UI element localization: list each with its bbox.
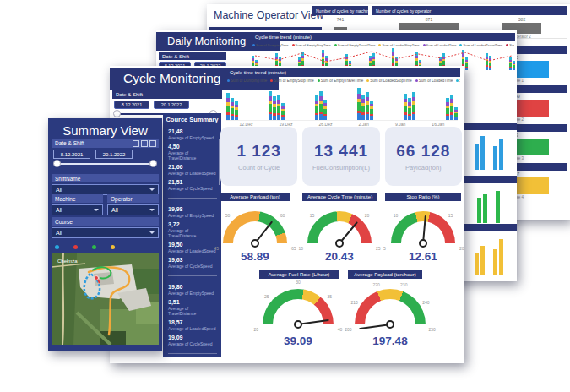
date-shift-label: Date & Shift xyxy=(55,140,131,146)
course-dot-icon[interactable] xyxy=(92,245,96,249)
gauge-stop-ratio[interactable]: 5101520 xyxy=(381,203,465,247)
eraser-icon[interactable] xyxy=(133,140,139,147)
stacked-bar xyxy=(454,107,458,120)
summary-label: Average of CycleSpeed xyxy=(168,264,217,269)
gauge-payload-hour[interactable]: 200210220230240250 xyxy=(344,280,437,329)
legend-item[interactable]: Sum of EmptyTravelTime xyxy=(334,43,376,47)
legend-item[interactable]: Sum of DumpingTime xyxy=(252,43,289,47)
legend-item[interactable]: Sum of EmptyTravelTime xyxy=(318,79,363,83)
summary-value: 19,09 xyxy=(168,334,217,341)
kpi-value: 66 128 xyxy=(396,142,450,161)
legend-item[interactable]: Sum of LoadedStopTime xyxy=(378,43,419,47)
gauge-tick: 10 xyxy=(394,213,399,218)
stacked-bar xyxy=(404,94,407,120)
mini-chart-fuel[interactable] xyxy=(460,122,517,170)
gauge-tick: 210 xyxy=(350,300,357,305)
mini-bar xyxy=(496,191,500,223)
kpi-card[interactable]: 13 441FuelConsumption(L) xyxy=(302,127,379,186)
legend-item[interactable]: Sum of CycleTime xyxy=(506,43,514,47)
legend-item[interactable]: Sum of LoadedTime xyxy=(423,43,457,47)
trend-legend[interactable]: Sum of DumpingTimeSum of EmptyStopTimeSu… xyxy=(252,43,514,47)
summary-value: 21,48 xyxy=(168,128,217,135)
gauge-tick: 50 xyxy=(225,213,231,218)
mini-chart-header xyxy=(460,122,517,130)
kpi-card[interactable]: 1 123Count of Cycle xyxy=(220,127,297,186)
gauge-title-stop-ratio: Stop Ratio (%) xyxy=(385,193,461,201)
date-to-input[interactable]: 20.1.2022 xyxy=(95,150,133,159)
trend-cluster xyxy=(269,91,285,120)
legend-item[interactable]: Sum of EmptyStopTime xyxy=(270,79,313,83)
gauge-title-payload-hour: Average Payload (ton/hour) xyxy=(348,270,422,279)
gauge-cycle-time[interactable]: 10152025 xyxy=(297,203,382,247)
course-dot-icon[interactable] xyxy=(73,245,78,249)
slider-handle-right[interactable] xyxy=(149,160,157,167)
legend-dot-icon xyxy=(334,44,337,46)
date-slider-track[interactable] xyxy=(55,163,155,165)
course-color-legend[interactable] xyxy=(55,245,115,249)
filter-icon[interactable] xyxy=(141,140,148,147)
course-band: Course xyxy=(52,217,159,226)
gauge-tick: 25 xyxy=(264,294,269,299)
trend-legend[interactable]: Sum of DumpingTimeSum of EmptyStopTimeSu… xyxy=(227,79,460,83)
legend-dot-icon xyxy=(378,44,381,46)
kpi-card[interactable]: 66 128Payload(ton) xyxy=(385,127,462,186)
map-town-label: Chełmża xyxy=(57,259,78,264)
gauge-arc xyxy=(355,289,426,324)
gauge-fuel-rate[interactable]: 2025303540 xyxy=(252,280,345,329)
operator-dropdown[interactable]: All xyxy=(107,204,159,215)
slider-handle-left[interactable] xyxy=(53,160,61,167)
group-divider xyxy=(168,353,217,354)
course-dropdown[interactable]: All xyxy=(52,227,159,238)
date-from-chip[interactable]: 8.12.2021 xyxy=(114,101,149,109)
legend-item[interactable]: Sum of DumpingTime xyxy=(227,79,267,83)
mini-chart-cycles[interactable] xyxy=(460,224,517,275)
stacked-bar xyxy=(450,95,453,120)
gauge-tick: 240 xyxy=(422,300,429,305)
chevron-down-icon xyxy=(149,209,155,211)
gauge-value-payload-hour: 197.48 xyxy=(344,335,437,347)
legend-item[interactable]: Sum of LoadedTravelTime xyxy=(459,43,502,47)
mini-chart-payload[interactable] xyxy=(460,176,517,223)
gauge-title-fuel-rate: Average Fuel Rate (L/hour) xyxy=(259,270,339,279)
bar-value-label: 741 xyxy=(312,17,368,22)
legend-label: Sum of DumpingTime xyxy=(231,79,267,83)
gauge-tick: 15 xyxy=(310,213,315,218)
gauge-tick: 60 xyxy=(280,213,285,218)
summary-value: 19,80 xyxy=(168,283,217,291)
machine-dropdown[interactable]: All xyxy=(52,204,103,215)
stacked-bar xyxy=(281,103,285,120)
summary-value: 19,98 xyxy=(168,205,217,213)
gauge-tick: 250 xyxy=(428,327,435,332)
date-from-input[interactable]: 8.12.2021 xyxy=(53,150,90,159)
legend-dot-icon xyxy=(292,44,295,46)
legend-item[interactable]: Sum of LoadedTime xyxy=(415,79,453,83)
stacked-bar xyxy=(231,98,234,120)
mini-bar xyxy=(475,253,479,275)
more-options-icon[interactable] xyxy=(149,140,156,147)
course-dot-icon[interactable] xyxy=(111,245,115,249)
mini-bar xyxy=(480,246,485,275)
gauge-tick: 20 xyxy=(365,213,370,218)
date-shift-band: Date & Shift xyxy=(159,52,226,60)
shiftname-value: All xyxy=(56,187,62,193)
legend-item[interactable]: Sum of LoadedTravelTime xyxy=(456,79,460,83)
legend-label: Sum of LoadedTime xyxy=(419,79,453,83)
gauge-knob xyxy=(386,320,394,329)
stacked-bar xyxy=(235,101,238,120)
page-title: Summary View xyxy=(48,123,162,138)
gauge-value-payload: 58.89 xyxy=(213,250,297,263)
trend-chart[interactable] xyxy=(226,84,458,121)
legend-label: Sum of EmptyTravelTime xyxy=(338,43,376,47)
legend-item[interactable]: Sum of LoadedStopTime xyxy=(366,79,412,83)
slider-handle-left[interactable] xyxy=(113,110,121,117)
route-map[interactable]: Chełmża xyxy=(52,253,159,345)
dashboard-collage: Machine Operator View Date & Shift Numbe… xyxy=(0,0,570,392)
legend-dot-icon xyxy=(459,44,462,46)
course-dot-icon[interactable] xyxy=(55,245,59,249)
legend-dot-icon xyxy=(318,79,320,82)
date-to-chip[interactable]: 20.1.2022 xyxy=(154,101,189,109)
mini-chart-bars xyxy=(460,133,517,170)
legend-label: Sum of CycleTime xyxy=(509,43,514,47)
legend-item[interactable]: Sum of EmptyStopTime xyxy=(292,43,331,47)
gauge-payload[interactable]: 45506065 xyxy=(213,203,297,247)
